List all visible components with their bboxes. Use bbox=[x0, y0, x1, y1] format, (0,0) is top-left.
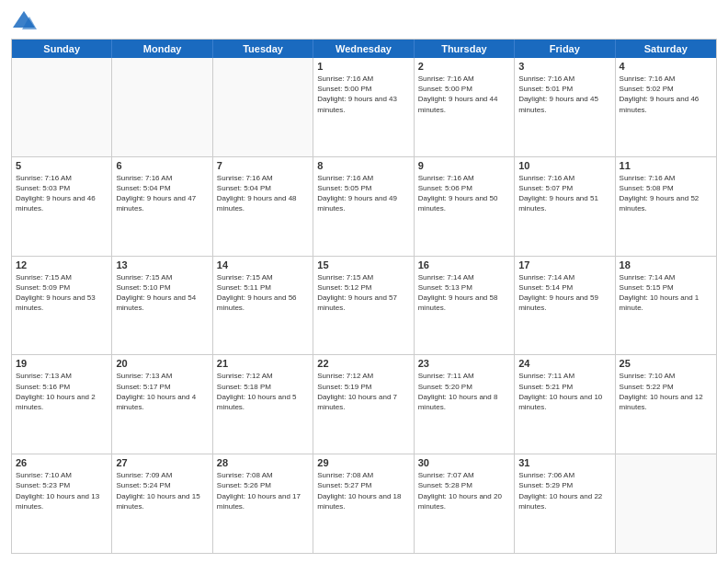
day-cell-13: 13Sunrise: 7:15 AM Sunset: 5:10 PM Dayli… bbox=[112, 257, 212, 355]
day-number: 22 bbox=[317, 358, 409, 369]
week-row-4: 19Sunrise: 7:13 AM Sunset: 5:16 PM Dayli… bbox=[12, 355, 716, 454]
day-number: 26 bbox=[16, 457, 108, 468]
day-number: 30 bbox=[418, 457, 510, 468]
day-header-sunday: Sunday bbox=[12, 40, 112, 58]
day-header-thursday: Thursday bbox=[415, 40, 515, 58]
day-cell-7: 7Sunrise: 7:16 AM Sunset: 5:04 PM Daylig… bbox=[213, 157, 313, 256]
week-row-5: 26Sunrise: 7:10 AM Sunset: 5:23 PM Dayli… bbox=[12, 454, 716, 553]
day-cell-14: 14Sunrise: 7:15 AM Sunset: 5:11 PM Dayli… bbox=[213, 257, 313, 355]
day-cell-21: 21Sunrise: 7:12 AM Sunset: 5:18 PM Dayli… bbox=[213, 355, 313, 454]
day-number: 24 bbox=[518, 358, 610, 369]
page: SundayMondayTuesdayWednesdayThursdayFrid… bbox=[0, 0, 728, 563]
day-info: Sunrise: 7:15 AM Sunset: 5:11 PM Dayligh… bbox=[217, 272, 309, 314]
day-number: 8 bbox=[317, 160, 409, 171]
day-info: Sunrise: 7:16 AM Sunset: 5:00 PM Dayligh… bbox=[418, 74, 510, 115]
day-number: 9 bbox=[418, 160, 510, 171]
day-info: Sunrise: 7:14 AM Sunset: 5:14 PM Dayligh… bbox=[518, 272, 610, 314]
calendar: SundayMondayTuesdayWednesdayThursdayFrid… bbox=[11, 39, 717, 554]
day-info: Sunrise: 7:12 AM Sunset: 5:18 PM Dayligh… bbox=[217, 371, 309, 412]
day-info: Sunrise: 7:09 AM Sunset: 5:24 PM Dayligh… bbox=[116, 470, 208, 511]
day-number: 20 bbox=[116, 358, 208, 369]
day-cell-20: 20Sunrise: 7:13 AM Sunset: 5:17 PM Dayli… bbox=[112, 355, 212, 454]
day-info: Sunrise: 7:16 AM Sunset: 5:00 PM Dayligh… bbox=[317, 74, 409, 115]
day-cell-30: 30Sunrise: 7:07 AM Sunset: 5:28 PM Dayli… bbox=[415, 454, 515, 553]
day-number: 28 bbox=[217, 457, 309, 468]
day-cell-27: 27Sunrise: 7:09 AM Sunset: 5:24 PM Dayli… bbox=[112, 454, 212, 553]
day-info: Sunrise: 7:16 AM Sunset: 5:06 PM Dayligh… bbox=[418, 173, 510, 214]
logo bbox=[11, 9, 40, 31]
day-header-friday: Friday bbox=[515, 40, 615, 58]
day-cell-3: 3Sunrise: 7:16 AM Sunset: 5:01 PM Daylig… bbox=[515, 58, 615, 156]
day-number: 13 bbox=[116, 259, 208, 270]
day-number: 10 bbox=[518, 160, 610, 171]
day-header-tuesday: Tuesday bbox=[213, 40, 313, 58]
day-info: Sunrise: 7:10 AM Sunset: 5:23 PM Dayligh… bbox=[16, 470, 108, 511]
day-number: 11 bbox=[620, 160, 712, 171]
week-row-2: 5Sunrise: 7:16 AM Sunset: 5:03 PM Daylig… bbox=[12, 157, 716, 257]
day-cell-16: 16Sunrise: 7:14 AM Sunset: 5:13 PM Dayli… bbox=[415, 257, 515, 355]
day-info: Sunrise: 7:16 AM Sunset: 5:01 PM Dayligh… bbox=[518, 74, 610, 115]
day-info: Sunrise: 7:13 AM Sunset: 5:17 PM Dayligh… bbox=[116, 371, 208, 412]
day-header-monday: Monday bbox=[112, 40, 212, 58]
day-info: Sunrise: 7:15 AM Sunset: 5:12 PM Dayligh… bbox=[317, 272, 409, 314]
day-info: Sunrise: 7:11 AM Sunset: 5:21 PM Dayligh… bbox=[518, 371, 610, 412]
day-cell-23: 23Sunrise: 7:11 AM Sunset: 5:20 PM Dayli… bbox=[415, 355, 515, 454]
day-info: Sunrise: 7:10 AM Sunset: 5:22 PM Dayligh… bbox=[620, 371, 712, 412]
day-cell-empty bbox=[616, 454, 716, 553]
day-cell-11: 11Sunrise: 7:16 AM Sunset: 5:08 PM Dayli… bbox=[616, 157, 716, 256]
day-cell-1: 1Sunrise: 7:16 AM Sunset: 5:00 PM Daylig… bbox=[313, 58, 414, 156]
calendar-body: 1Sunrise: 7:16 AM Sunset: 5:00 PM Daylig… bbox=[12, 58, 716, 553]
day-info: Sunrise: 7:12 AM Sunset: 5:19 PM Dayligh… bbox=[317, 371, 409, 412]
day-number: 3 bbox=[518, 61, 610, 72]
day-number: 16 bbox=[418, 259, 510, 270]
day-number: 29 bbox=[317, 457, 409, 468]
day-info: Sunrise: 7:07 AM Sunset: 5:28 PM Dayligh… bbox=[418, 470, 510, 511]
day-cell-19: 19Sunrise: 7:13 AM Sunset: 5:16 PM Dayli… bbox=[12, 355, 112, 454]
week-row-3: 12Sunrise: 7:15 AM Sunset: 5:09 PM Dayli… bbox=[12, 257, 716, 356]
day-info: Sunrise: 7:08 AM Sunset: 5:27 PM Dayligh… bbox=[317, 470, 409, 511]
day-cell-31: 31Sunrise: 7:06 AM Sunset: 5:29 PM Dayli… bbox=[515, 454, 615, 553]
day-info: Sunrise: 7:14 AM Sunset: 5:15 PM Dayligh… bbox=[620, 272, 712, 314]
logo-icon bbox=[11, 9, 37, 31]
day-headers: SundayMondayTuesdayWednesdayThursdayFrid… bbox=[12, 40, 716, 58]
day-number: 1 bbox=[317, 61, 409, 72]
day-cell-9: 9Sunrise: 7:16 AM Sunset: 5:06 PM Daylig… bbox=[415, 157, 515, 256]
day-number: 23 bbox=[418, 358, 510, 369]
day-cell-12: 12Sunrise: 7:15 AM Sunset: 5:09 PM Dayli… bbox=[12, 257, 112, 355]
day-number: 6 bbox=[116, 160, 208, 171]
day-cell-4: 4Sunrise: 7:16 AM Sunset: 5:02 PM Daylig… bbox=[616, 58, 716, 156]
day-cell-5: 5Sunrise: 7:16 AM Sunset: 5:03 PM Daylig… bbox=[12, 157, 112, 256]
day-cell-28: 28Sunrise: 7:08 AM Sunset: 5:26 PM Dayli… bbox=[213, 454, 313, 553]
day-header-wednesday: Wednesday bbox=[313, 40, 414, 58]
day-info: Sunrise: 7:06 AM Sunset: 5:29 PM Dayligh… bbox=[518, 470, 610, 511]
day-cell-25: 25Sunrise: 7:10 AM Sunset: 5:22 PM Dayli… bbox=[616, 355, 716, 454]
day-number: 25 bbox=[620, 358, 712, 369]
day-cell-2: 2Sunrise: 7:16 AM Sunset: 5:00 PM Daylig… bbox=[415, 58, 515, 156]
day-info: Sunrise: 7:15 AM Sunset: 5:09 PM Dayligh… bbox=[16, 272, 108, 314]
day-cell-empty bbox=[213, 58, 313, 156]
day-cell-6: 6Sunrise: 7:16 AM Sunset: 5:04 PM Daylig… bbox=[112, 157, 212, 256]
day-info: Sunrise: 7:16 AM Sunset: 5:04 PM Dayligh… bbox=[217, 173, 309, 214]
day-info: Sunrise: 7:11 AM Sunset: 5:20 PM Dayligh… bbox=[418, 371, 510, 412]
day-cell-24: 24Sunrise: 7:11 AM Sunset: 5:21 PM Dayli… bbox=[515, 355, 615, 454]
day-number: 18 bbox=[620, 259, 712, 270]
day-number: 31 bbox=[518, 457, 610, 468]
day-info: Sunrise: 7:14 AM Sunset: 5:13 PM Dayligh… bbox=[418, 272, 510, 314]
day-info: Sunrise: 7:16 AM Sunset: 5:05 PM Dayligh… bbox=[317, 173, 409, 214]
day-cell-empty bbox=[12, 58, 112, 156]
day-header-saturday: Saturday bbox=[616, 40, 716, 58]
day-number: 4 bbox=[620, 61, 712, 72]
day-cell-10: 10Sunrise: 7:16 AM Sunset: 5:07 PM Dayli… bbox=[515, 157, 615, 256]
day-cell-29: 29Sunrise: 7:08 AM Sunset: 5:27 PM Dayli… bbox=[313, 454, 414, 553]
day-number: 14 bbox=[217, 259, 309, 270]
day-number: 12 bbox=[16, 259, 108, 270]
day-info: Sunrise: 7:16 AM Sunset: 5:04 PM Dayligh… bbox=[116, 173, 208, 214]
day-info: Sunrise: 7:13 AM Sunset: 5:16 PM Dayligh… bbox=[16, 371, 108, 412]
day-cell-17: 17Sunrise: 7:14 AM Sunset: 5:14 PM Dayli… bbox=[515, 257, 615, 355]
day-number: 17 bbox=[518, 259, 610, 270]
day-number: 2 bbox=[418, 61, 510, 72]
day-info: Sunrise: 7:16 AM Sunset: 5:07 PM Dayligh… bbox=[518, 173, 610, 214]
day-number: 5 bbox=[16, 160, 108, 171]
week-row-1: 1Sunrise: 7:16 AM Sunset: 5:00 PM Daylig… bbox=[12, 58, 716, 157]
day-info: Sunrise: 7:16 AM Sunset: 5:02 PM Dayligh… bbox=[620, 74, 712, 115]
